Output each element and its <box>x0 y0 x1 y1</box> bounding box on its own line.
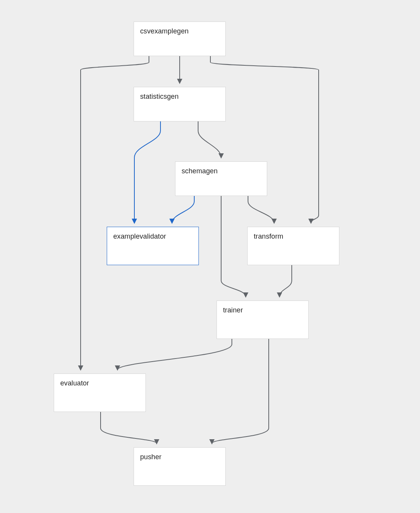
node-evaluator[interactable]: evaluator <box>54 374 146 412</box>
node-label: evaluator <box>60 379 89 387</box>
edge-trainer-to-pusher <box>212 339 269 443</box>
node-csvexamplegen[interactable]: csvexamplegen <box>134 22 226 56</box>
edge-trainer-to-evaluator <box>117 339 232 370</box>
edge-schemagen-to-examplevalidator <box>172 196 194 223</box>
node-label: pusher <box>140 453 162 461</box>
node-label: examplevalidator <box>113 232 166 240</box>
node-statisticsgen[interactable]: statisticsgen <box>134 87 226 121</box>
edge-csvexamplegen-to-transform <box>210 56 319 223</box>
edge-statisticsgen-to-examplevalidator <box>134 121 160 223</box>
edges-layer <box>0 0 420 513</box>
node-pusher[interactable]: pusher <box>134 447 226 486</box>
node-transform[interactable]: transform <box>247 227 339 265</box>
node-schemagen[interactable]: schemagen <box>175 161 267 196</box>
node-label: csvexamplegen <box>140 27 189 35</box>
edge-schemagen-to-transform <box>248 196 274 223</box>
edge-statisticsgen-to-schemagen <box>198 121 221 158</box>
edge-schemagen-to-trainer <box>221 196 246 297</box>
node-examplevalidator[interactable]: examplevalidator <box>107 227 199 265</box>
node-label: schemagen <box>182 167 218 175</box>
edge-transform-to-trainer <box>279 265 292 297</box>
node-label: transform <box>254 232 283 240</box>
node-trainer[interactable]: trainer <box>217 300 309 339</box>
node-label: statisticsgen <box>140 93 179 100</box>
edge-evaluator-to-pusher <box>101 412 157 443</box>
node-label: trainer <box>223 306 243 314</box>
